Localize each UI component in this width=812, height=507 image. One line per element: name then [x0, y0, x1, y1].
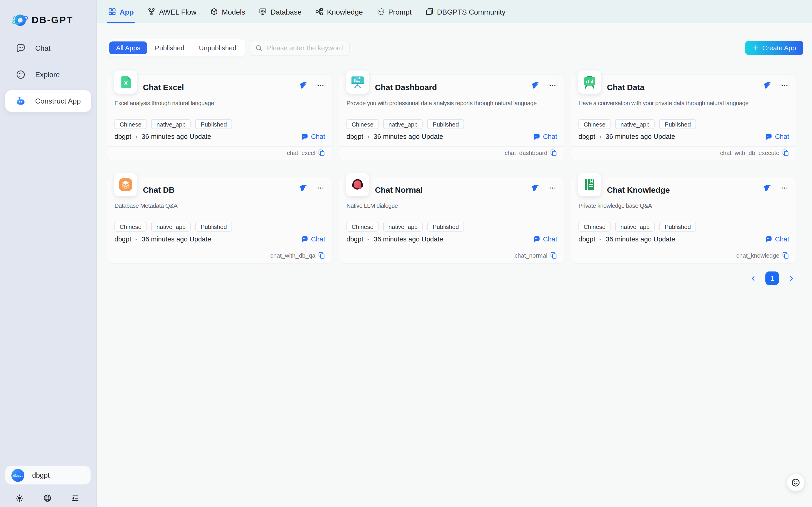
- theme-sun-button[interactable]: [13, 492, 25, 504]
- brand-logo[interactable]: DB-GPT: [0, 0, 96, 29]
- chat-link[interactable]: Chat: [301, 235, 325, 243]
- app-tag: Published: [660, 222, 696, 231]
- filter-tab-all-apps[interactable]: All Apps: [109, 42, 147, 54]
- card-divider: [107, 146, 332, 147]
- language-globe-button[interactable]: [41, 492, 53, 504]
- chat-link[interactable]: Chat: [533, 235, 557, 243]
- copy-scene-button[interactable]: [782, 252, 789, 259]
- tab-knowledge[interactable]: Knowledge: [315, 0, 363, 23]
- robot-icon: [15, 96, 26, 106]
- theme-sun-icon: [15, 494, 24, 502]
- filter-tab-unpublished[interactable]: Unpublished: [192, 42, 243, 54]
- app-description: Excel analysis through natural language: [114, 100, 328, 106]
- filter-tab-published[interactable]: Published: [148, 42, 191, 54]
- app-card-chat-db[interactable]: Chat DB Database Metadata Q&A Chinesenat…: [107, 177, 332, 263]
- svg-text:X: X: [124, 80, 128, 86]
- content: All AppsPublishedUnpublished Create App …: [97, 23, 812, 507]
- tab-label: Prompt: [388, 7, 412, 16]
- chat-bubble-filled-icon: [301, 133, 308, 140]
- more-menu-button[interactable]: [780, 184, 789, 192]
- app-title: Chat DB: [143, 185, 175, 195]
- search-input[interactable]: [266, 44, 344, 52]
- explore-planet-icon: [15, 69, 26, 80]
- chat-link[interactable]: Chat: [301, 133, 325, 140]
- share-dingtalk-icon[interactable]: [299, 81, 308, 90]
- meta-separator: •: [367, 133, 369, 139]
- app-card-chat-excel[interactable]: X Chat Excel Excel analysis through natu…: [107, 75, 332, 161]
- app-owner: dbgpt: [347, 235, 363, 243]
- share-dingtalk-icon[interactable]: [299, 184, 308, 192]
- share-dingtalk-icon[interactable]: [763, 81, 771, 90]
- pagination-page-1[interactable]: 1: [765, 272, 779, 285]
- app-icon-tile: [346, 173, 369, 196]
- knowledge-graph-icon: [315, 8, 323, 15]
- tab-app[interactable]: App: [108, 0, 134, 23]
- copy-scene-button[interactable]: [550, 252, 557, 259]
- app-tag: Chinese: [578, 119, 611, 129]
- sql-monitor-icon: SQL: [259, 8, 267, 15]
- create-app-button[interactable]: Create App: [745, 41, 803, 55]
- chevron-left-icon: [750, 275, 756, 282]
- sidebar-item-explore[interactable]: Explore: [5, 64, 91, 86]
- copy-scene-button[interactable]: [318, 149, 325, 157]
- scene-name: chat_with_db_qa: [270, 252, 315, 259]
- chat-bubble-filled-icon: [765, 235, 772, 243]
- prompt-bubble-icon: [377, 8, 385, 15]
- app-tag: Published: [427, 222, 464, 231]
- meta-separator: •: [599, 133, 602, 139]
- more-menu-button[interactable]: [780, 81, 789, 90]
- pagination-next-button[interactable]: [786, 273, 797, 284]
- app-tag: native_app: [383, 222, 423, 231]
- more-menu-button[interactable]: [548, 81, 557, 90]
- tab-database[interactable]: SQL Database: [259, 0, 302, 23]
- more-menu-button[interactable]: [316, 184, 325, 192]
- tab-awel-flow[interactable]: AWEL Flow: [147, 0, 196, 23]
- scene-name: chat_dashboard: [505, 150, 548, 156]
- copy-scene-button[interactable]: [550, 149, 557, 157]
- smiley-icon: [791, 477, 801, 488]
- sidebar-item-construct-app[interactable]: Construct App: [5, 90, 91, 112]
- user-name: dbgpt: [32, 471, 50, 479]
- app-owner: dbgpt: [578, 133, 595, 140]
- more-menu-button[interactable]: [316, 81, 325, 90]
- data-easel-icon: [581, 74, 598, 90]
- app-title: Chat Excel: [143, 83, 184, 92]
- copy-scene-button[interactable]: [782, 149, 789, 157]
- community-layout-icon: [426, 8, 433, 15]
- share-dingtalk-icon[interactable]: [763, 184, 771, 192]
- feedback-fab-button[interactable]: [787, 474, 804, 491]
- app-card-chat-normal[interactable]: Chat Normal Native LLM dialogue Chinesen…: [339, 177, 564, 263]
- pagination-prev-button[interactable]: [748, 273, 758, 284]
- copy-scene-button[interactable]: [318, 252, 325, 259]
- dashboard-board-icon: [350, 74, 366, 90]
- pagination: 1: [97, 272, 797, 285]
- sidebar-footer: [13, 492, 81, 504]
- share-dingtalk-icon[interactable]: [531, 81, 540, 90]
- sidebar-item-chat[interactable]: Chat: [5, 37, 91, 59]
- share-dingtalk-icon[interactable]: [531, 184, 540, 192]
- scene-name: chat_excel: [287, 150, 315, 156]
- chat-link[interactable]: Chat: [765, 235, 789, 243]
- app-tag: Chinese: [347, 222, 379, 231]
- collapse-sidebar-button[interactable]: [69, 492, 81, 504]
- app-tags: Chinesenative_appPublished: [347, 119, 464, 129]
- sidebar-user[interactable]: dbgpt dbgpt: [5, 466, 91, 485]
- more-menu-button[interactable]: [548, 184, 557, 192]
- chat-link[interactable]: Chat: [533, 133, 557, 140]
- app-card-chat-data[interactable]: Chat Data Have a conversation with your …: [571, 75, 796, 161]
- app-card-chat-dashboard[interactable]: Chat Dashboard Provide you with professi…: [339, 75, 564, 161]
- app-tags: Chinesenative_appPublished: [578, 119, 696, 129]
- tab-dbgpts-community[interactable]: DBGPTS Community: [426, 0, 505, 23]
- app-tag: native_app: [151, 222, 191, 231]
- app-icon-tile: [578, 173, 601, 196]
- app-icon-tile: [578, 70, 601, 94]
- chat-link[interactable]: Chat: [765, 133, 789, 140]
- app-card-chat-knowledge[interactable]: Chat Knowledge Private knowledge base Q&…: [571, 177, 796, 263]
- app-title: Chat Normal: [375, 185, 423, 195]
- tab-prompt[interactable]: Prompt: [377, 0, 412, 23]
- tab-models[interactable]: Models: [210, 0, 245, 23]
- app-tag: native_app: [615, 222, 655, 231]
- app-icon-tile: X: [114, 70, 137, 94]
- sidebar-item-label: Construct App: [35, 97, 81, 105]
- app-title: Chat Knowledge: [607, 185, 670, 195]
